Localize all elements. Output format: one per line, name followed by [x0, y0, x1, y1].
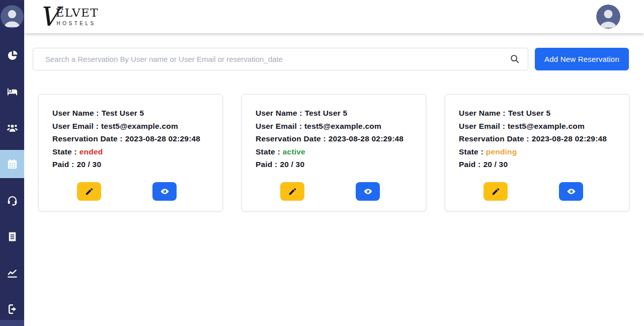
pie-chart-icon — [7, 50, 18, 61]
sidebar-item-users[interactable] — [0, 114, 24, 142]
sidebar-item-dashboard[interactable] — [0, 41, 24, 69]
logo-subtitle: HOSTELS — [57, 21, 99, 26]
bed-icon — [7, 86, 18, 98]
view-reservation-button[interactable] — [152, 182, 177, 201]
logo-name: ELVET — [56, 7, 99, 19]
view-reservation-button[interactable] — [356, 182, 380, 201]
sidebar-footer — [0, 320, 24, 326]
eye-icon — [567, 187, 576, 196]
edit-reservation-button[interactable] — [280, 182, 304, 201]
reservation-card-list: User Name :Test User 5 User Email :test5… — [38, 94, 629, 211]
paid-field: Paid :20 / 30 — [52, 158, 209, 171]
reservation-date-field: Reservation Date :2023-08-28 02:29:48 — [459, 132, 616, 145]
pencil-icon — [85, 187, 94, 196]
pencil-icon — [288, 187, 297, 196]
user-name-field: User Name :Test User 5 — [52, 107, 209, 120]
user-email-value: test5@example.com — [304, 122, 381, 130]
state-value: pending — [486, 147, 517, 156]
add-new-reservation-button[interactable]: Add New Reservation — [535, 48, 629, 70]
user-email-field: User Email :test5@example.com — [459, 120, 616, 133]
paid-field: Paid :20 / 30 — [256, 158, 413, 171]
user-email-value: test5@example.com — [101, 122, 178, 130]
user-email-label: User Email : — [459, 122, 505, 130]
view-reservation-button[interactable] — [559, 182, 583, 201]
sidebar — [0, 0, 24, 326]
sidebar-item-reports[interactable] — [0, 259, 24, 287]
avatar-icon — [596, 5, 620, 29]
state-value: ended — [79, 147, 103, 156]
reservation-date-label: Reservation Date : — [256, 134, 326, 143]
top-header: V ELVET HOSTELS — [24, 0, 644, 33]
reservation-date-label: Reservation Date : — [459, 134, 529, 143]
reservation-card: User Name :Test User 5 User Email :test5… — [242, 94, 426, 211]
main-area: V ELVET HOSTELS — [24, 0, 644, 326]
user-email-value: test5@example.com — [508, 122, 585, 130]
sign-out-icon — [7, 303, 18, 315]
headset-icon — [7, 195, 18, 206]
user-email-label: User Email : — [256, 122, 302, 130]
calendar-icon — [7, 158, 18, 170]
sidebar-item-logout[interactable] — [0, 295, 24, 323]
card-actions — [455, 182, 612, 201]
state-label: State : — [52, 147, 77, 156]
paid-label: Paid : — [459, 160, 480, 169]
edit-reservation-button[interactable] — [484, 182, 508, 201]
user-name-value: Test User 5 — [508, 109, 551, 117]
reservation-card: User Name :Test User 5 User Email :test5… — [38, 94, 223, 211]
state-value: active — [283, 147, 305, 156]
paid-value: 20 / 30 — [483, 160, 508, 169]
user-name-label: User Name : — [459, 109, 506, 117]
reservation-date-field: Reservation Date :2023-08-28 02:29:48 — [256, 132, 413, 145]
paid-label: Paid : — [256, 160, 277, 169]
header-user-avatar[interactable] — [596, 5, 620, 29]
search-box — [33, 48, 528, 70]
eye-icon — [363, 187, 373, 196]
state-field: State :ended — [52, 145, 209, 158]
reservation-date-value: 2023-08-28 02:29:48 — [532, 134, 607, 143]
chart-line-icon — [7, 267, 18, 279]
user-email-field: User Email :test5@example.com — [52, 120, 209, 133]
app-window: V ELVET HOSTELS — [0, 0, 644, 326]
reservation-date-field: Reservation Date :2023-08-28 02:29:48 — [52, 132, 209, 145]
card-actions — [252, 182, 409, 201]
user-email-label: User Email : — [52, 122, 99, 130]
user-name-label: User Name : — [52, 109, 99, 117]
reservation-card: User Name :Test User 5 User Email :test5… — [445, 94, 629, 211]
search-input[interactable] — [33, 48, 528, 70]
user-name-label: User Name : — [256, 109, 302, 117]
state-label: State : — [256, 147, 280, 156]
search-icon[interactable] — [509, 53, 520, 64]
user-name-field: User Name :Test User 5 — [256, 107, 413, 120]
sidebar-nav — [0, 41, 24, 326]
receipt-icon — [7, 231, 18, 242]
user-email-field: User Email :test5@example.com — [256, 120, 413, 133]
content-area: Add New Reservation User Name :Test User… — [24, 33, 644, 326]
reservation-date-label: Reservation Date : — [52, 134, 123, 143]
card-actions — [48, 182, 205, 201]
state-label: State : — [459, 147, 484, 156]
state-field: State :pending — [459, 145, 616, 158]
reservation-date-value: 2023-08-28 02:29:48 — [125, 134, 200, 143]
paid-value: 20 / 30 — [280, 160, 304, 169]
sidebar-item-invoices[interactable] — [0, 222, 24, 251]
toolbar: Add New Reservation — [33, 48, 629, 70]
sidebar-item-rooms[interactable] — [0, 77, 24, 106]
edit-reservation-button[interactable] — [77, 182, 101, 201]
user-name-value: Test User 5 — [305, 109, 348, 117]
avatar-icon — [1, 5, 24, 28]
reservation-date-value: 2023-08-28 02:29:48 — [329, 134, 404, 143]
paid-value: 20 / 30 — [76, 160, 101, 169]
user-name-field: User Name :Test User 5 — [459, 107, 616, 120]
sidebar-item-support[interactable] — [0, 186, 24, 214]
paid-label: Paid : — [52, 160, 74, 169]
users-icon — [7, 122, 18, 134]
state-field: State :active — [256, 145, 413, 158]
pencil-icon — [491, 187, 501, 196]
brand-logo[interactable]: V ELVET HOSTELS — [39, 6, 99, 28]
paid-field: Paid :20 / 30 — [459, 158, 616, 171]
sidebar-user-avatar[interactable] — [1, 5, 24, 28]
sidebar-item-reservations[interactable] — [0, 150, 24, 178]
user-name-value: Test User 5 — [102, 109, 144, 117]
eye-icon — [160, 187, 170, 196]
